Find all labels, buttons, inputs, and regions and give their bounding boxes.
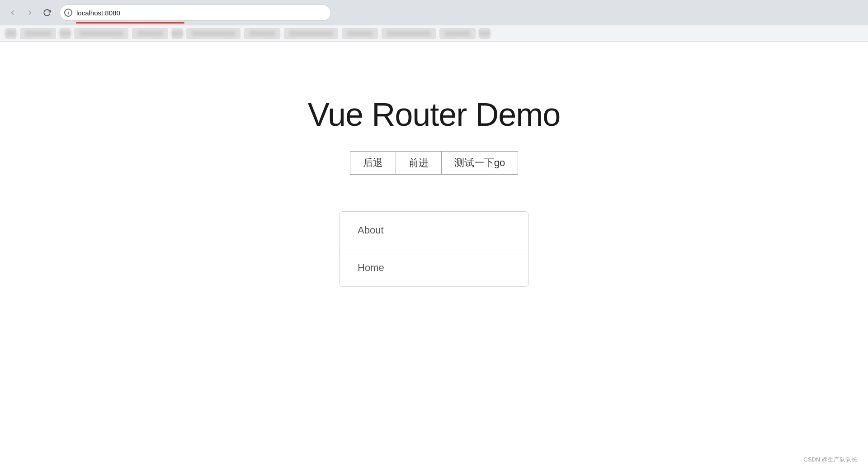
bookmark-item[interactable] <box>479 28 490 39</box>
browser-chrome: i <box>0 0 868 25</box>
action-button-row: 后退 前进 测试一下go <box>350 151 518 175</box>
back-nav-button[interactable]: 后退 <box>350 151 396 175</box>
bookmark-item[interactable] <box>284 28 338 39</box>
home-nav-item[interactable]: Home <box>340 249 528 286</box>
bookmark-item[interactable] <box>172 28 183 39</box>
bookmark-item[interactable] <box>74 28 128 39</box>
divider <box>118 193 750 193</box>
page-content: Vue Router Demo 后退 前进 测试一下go About Home <box>0 42 868 449</box>
bookmark-item[interactable] <box>132 28 168 39</box>
bookmark-item[interactable] <box>186 28 241 39</box>
bookmark-item[interactable] <box>382 28 436 39</box>
info-icon[interactable]: i <box>64 9 72 17</box>
reload-button[interactable] <box>40 5 54 20</box>
back-button[interactable] <box>5 5 20 20</box>
address-bar[interactable] <box>60 5 331 21</box>
nav-buttons <box>5 5 54 20</box>
router-nav-box: About Home <box>339 211 529 287</box>
forward-nav-button[interactable]: 前进 <box>396 151 442 175</box>
address-bar-container: i <box>60 5 331 21</box>
bookmarks-bar <box>0 25 868 42</box>
forward-button[interactable] <box>23 5 37 20</box>
test-go-button[interactable]: 测试一下go <box>442 151 518 175</box>
bookmark-item[interactable] <box>342 28 378 39</box>
bookmark-item[interactable] <box>5 28 16 39</box>
red-underline-decoration <box>76 22 184 24</box>
page-title: Vue Router Demo <box>308 96 561 133</box>
bookmark-item[interactable] <box>439 28 476 39</box>
watermark: CSDN @生产队队长 <box>803 456 857 464</box>
bookmark-item[interactable] <box>20 28 56 39</box>
bookmark-item[interactable] <box>244 28 280 39</box>
about-nav-item[interactable]: About <box>340 212 528 249</box>
bookmark-item[interactable] <box>60 28 71 39</box>
